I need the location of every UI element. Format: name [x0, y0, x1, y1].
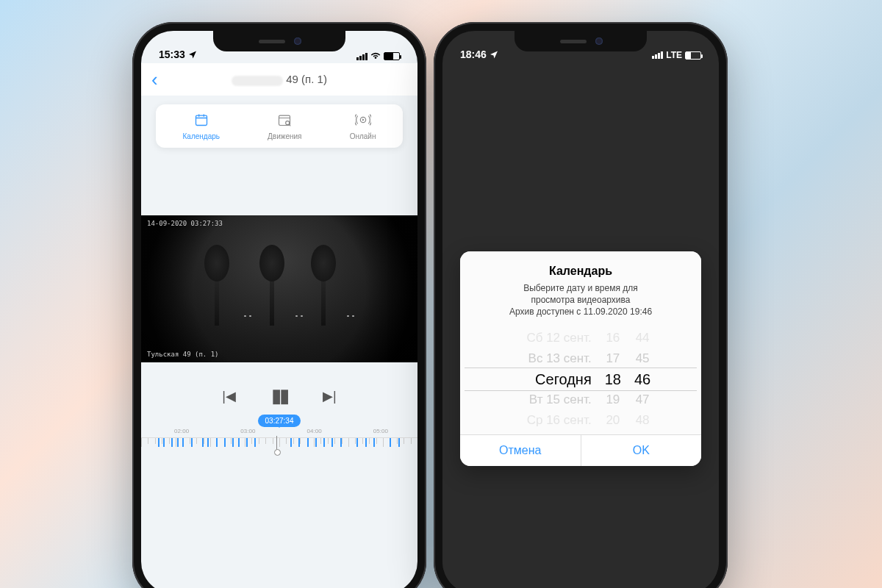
- video-timestamp: 14-09-2020 03:27:33: [147, 220, 223, 227]
- ruler-label: 02:00: [174, 428, 189, 434]
- svg-rect-0: [196, 115, 207, 125]
- ruler-label: 05:00: [373, 428, 388, 434]
- prev-button[interactable]: |◀: [222, 388, 236, 404]
- calendar-sheet: Календарь Выберите дату и время для прос…: [460, 251, 701, 466]
- tab-motion[interactable]: Движения: [268, 112, 301, 140]
- tree: [270, 267, 274, 326]
- status-time: 15:33: [159, 49, 185, 60]
- svg-rect-4: [279, 115, 290, 125]
- sheet-message: Выберите дату и время для просмотра виде…: [470, 282, 691, 318]
- title-redacted: [232, 76, 283, 86]
- nav-bar: ‹ 49 (п. 1): [141, 63, 417, 96]
- timeline-ruler[interactable]: 02:00 03:00 04:00 05:00: [141, 437, 417, 465]
- tree: [321, 267, 326, 326]
- tab-motion-label: Движения: [268, 132, 301, 140]
- tree: [215, 267, 219, 326]
- tab-online-label: Онлайн: [350, 132, 376, 140]
- wifi-icon: [370, 52, 381, 60]
- sheet-title: Календарь: [470, 265, 691, 278]
- signal-icon: [652, 51, 663, 59]
- car-lights: [347, 315, 354, 317]
- nav-title: 49 (п. 1): [232, 73, 327, 85]
- phone-right: 18:46 LTE Календарь Выберите дату и врем…: [434, 22, 728, 588]
- online-icon: [355, 112, 371, 128]
- network-label: LTE: [666, 50, 682, 60]
- tab-calendar[interactable]: Календарь: [183, 112, 220, 140]
- signal-icon: [356, 53, 368, 60]
- location-icon: [490, 50, 498, 59]
- playback-controls: |◀ ▮▮ ▶| 03:27:34 02:00 03:00 04:00 05:0…: [141, 384, 417, 465]
- phone-left: 15:33 ‹ 49 (п. 1) Календарь Движения: [132, 22, 426, 588]
- datetime-picker[interactable]: Сб 12 сент. Вс 13 сент. Сегодня Вт 15 се…: [460, 324, 701, 434]
- location-icon: [188, 50, 197, 59]
- calendar-icon: [193, 112, 209, 128]
- picker-hour-col[interactable]: 16 17 18 19 20: [605, 328, 621, 431]
- notch: [514, 31, 647, 51]
- playhead[interactable]: [276, 436, 277, 452]
- car-lights: [244, 315, 251, 317]
- picker-date-col[interactable]: Сб 12 сент. Вс 13 сент. Сегодня Вт 15 се…: [511, 328, 592, 431]
- back-button[interactable]: ‹: [151, 68, 158, 91]
- pause-button[interactable]: ▮▮: [271, 384, 287, 407]
- tabs-card: Календарь Движения Онлайн: [156, 104, 403, 148]
- spacer: [141, 157, 417, 215]
- ok-button[interactable]: OK: [581, 435, 702, 466]
- motion-icon: [276, 112, 293, 128]
- battery-icon: [685, 51, 701, 60]
- picker-min-col[interactable]: 44 45 46 47 48: [634, 328, 650, 431]
- battery-icon: [384, 52, 400, 60]
- next-button[interactable]: ▶|: [323, 388, 337, 404]
- ruler-label: 04:00: [307, 428, 322, 434]
- car-lights: [295, 315, 303, 317]
- video-caption: Тульская 49 (п. 1): [147, 351, 219, 358]
- tab-calendar-label: Календарь: [183, 132, 220, 140]
- notch: [213, 31, 345, 51]
- screen-left: 15:33 ‹ 49 (п. 1) Календарь Движения: [141, 31, 417, 588]
- sheet-buttons: Отмена OK: [460, 434, 701, 466]
- status-time: 18:46: [460, 49, 487, 60]
- cancel-button[interactable]: Отмена: [460, 435, 581, 466]
- scrub-time-pill[interactable]: 03:27:34: [258, 415, 301, 427]
- ruler-label: 03:00: [240, 428, 255, 434]
- video-frame[interactable]: 14-09-2020 03:27:33 Тульская 49 (п. 1): [141, 215, 417, 362]
- tab-online[interactable]: Онлайн: [350, 112, 376, 140]
- screen-right: 18:46 LTE Календарь Выберите дату и врем…: [442, 31, 719, 588]
